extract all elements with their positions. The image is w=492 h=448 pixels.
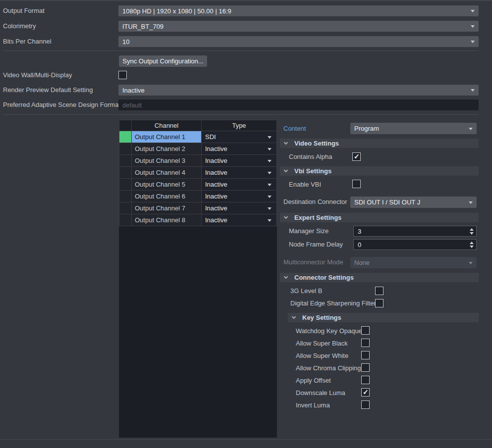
channel-active-indicator[interactable] bbox=[119, 155, 131, 166]
channel-cell[interactable]: Output Channel 5 bbox=[132, 179, 201, 190]
output-format-dropdown[interactable]: 1080p HD | 1920 x 1080 | 50.00 | 16:9 bbox=[118, 5, 479, 16]
chevron-down-icon bbox=[268, 207, 272, 210]
chevron-down-icon bbox=[471, 10, 475, 12]
downscale-luma-checkbox[interactable] bbox=[361, 388, 370, 397]
chevron-down-icon bbox=[469, 262, 473, 264]
video-wall-label: Video Wall/Multi-Display bbox=[3, 71, 72, 79]
chevron-down-icon bbox=[284, 215, 288, 219]
chevron-down-icon bbox=[469, 128, 473, 130]
sync-output-configuration-button[interactable]: Sync Output Configuration... bbox=[119, 55, 207, 67]
channel-type-dropdown[interactable]: Inactive bbox=[202, 167, 276, 178]
manager-size-value: 3 bbox=[358, 228, 361, 235]
chevron-down-icon bbox=[469, 201, 473, 204]
colorimetry-value: ITUR_BT_709 bbox=[122, 23, 164, 30]
invert-luma-label: Invert Luma bbox=[296, 401, 330, 409]
colorimetry-dropdown[interactable]: ITUR_BT_709 bbox=[118, 21, 479, 32]
enable-vbi-checkbox[interactable] bbox=[352, 180, 361, 188]
digital-edge-sharpening-filter-label: Digital Edge Sharpening Filter bbox=[290, 299, 376, 307]
channel-type-dropdown[interactable]: SDI bbox=[202, 131, 276, 143]
channel-type-dropdown[interactable]: Inactive bbox=[202, 155, 276, 166]
output-format-value: 1080p HD | 1920 x 1080 | 50.00 | 16:9 bbox=[122, 7, 231, 15]
channel-cell[interactable]: Output Channel 3 bbox=[132, 155, 201, 166]
video-settings-section-header[interactable]: Video Settings bbox=[280, 139, 479, 148]
channel-active-indicator[interactable] bbox=[119, 202, 131, 214]
multiconnector-mode-label: Multiconnector Mode bbox=[283, 258, 343, 266]
chevron-down-icon bbox=[268, 148, 272, 150]
channel-cell[interactable]: Output Channel 4 bbox=[132, 167, 201, 178]
connector-settings-section-header[interactable]: Connector Settings bbox=[280, 273, 479, 282]
section-divider bbox=[3, 114, 479, 115]
channel-cell[interactable]: Output Channel 1 bbox=[132, 131, 201, 143]
render-preview-dropdown[interactable]: Inactive bbox=[118, 85, 479, 96]
channel-cell[interactable]: Output Channel 7 bbox=[132, 202, 201, 214]
spinner-arrows-icon[interactable] bbox=[467, 240, 476, 249]
node-frame-delay-value: 0 bbox=[358, 241, 361, 249]
channel-active-indicator[interactable] bbox=[119, 191, 131, 202]
type-column-header: Type bbox=[202, 120, 276, 131]
chevron-down-icon bbox=[284, 168, 288, 172]
vbi-settings-section-header[interactable]: Vbi Settings bbox=[280, 166, 479, 176]
chevron-down-icon bbox=[284, 141, 288, 145]
allow-chroma-clipping-label: Allow Chroma Clipping bbox=[296, 364, 361, 372]
destination-connector-label: Destination Connector bbox=[283, 198, 347, 206]
channel-type-dropdown[interactable]: Inactive bbox=[202, 202, 276, 214]
allow-super-black-checkbox[interactable] bbox=[361, 339, 370, 347]
allow-super-white-checkbox[interactable] bbox=[361, 351, 370, 359]
allow-super-white-label: Allow Super White bbox=[296, 352, 348, 360]
channel-active-indicator[interactable] bbox=[119, 167, 131, 178]
allow-chroma-clipping-checkbox[interactable] bbox=[361, 363, 370, 372]
channel-active-indicator[interactable] bbox=[119, 214, 131, 226]
bits-per-channel-dropdown[interactable]: 10 bbox=[118, 36, 479, 47]
chevron-down-icon bbox=[268, 172, 272, 174]
chevron-down-icon bbox=[284, 275, 288, 279]
contains-alpha-label: Contains Alpha bbox=[289, 153, 332, 161]
content-label: Content bbox=[283, 125, 306, 133]
contains-alpha-checkbox[interactable] bbox=[352, 152, 361, 161]
channel-active-indicator[interactable] bbox=[119, 131, 131, 143]
apply-offset-checkbox[interactable] bbox=[361, 376, 370, 384]
video-wall-checkbox[interactable] bbox=[118, 71, 127, 79]
chevron-down-icon bbox=[471, 89, 475, 92]
channel-cell[interactable]: Output Channel 2 bbox=[132, 143, 201, 154]
indicator-column-header bbox=[119, 120, 131, 131]
preferred-format-value: default bbox=[122, 101, 142, 109]
multiconnector-mode-dropdown: None bbox=[350, 257, 477, 268]
invert-luma-checkbox[interactable] bbox=[361, 400, 370, 409]
section-divider bbox=[3, 50, 479, 51]
apply-offset-label: Apply Offset bbox=[296, 377, 331, 385]
channel-type-dropdown[interactable]: Inactive bbox=[202, 179, 276, 190]
digital-edge-sharpening-filter-checkbox[interactable] bbox=[375, 299, 383, 307]
allow-super-black-label: Allow Super Black bbox=[296, 340, 348, 348]
channel-table-background: Channel Type Output Channel 1 SDI Output… bbox=[119, 120, 277, 438]
chevron-down-icon bbox=[268, 196, 272, 198]
content-dropdown[interactable]: Program bbox=[350, 123, 477, 134]
preferred-format-input[interactable]: default bbox=[118, 100, 479, 110]
render-preview-value: Inactive bbox=[122, 87, 145, 94]
watchdog-key-opaque-checkbox[interactable] bbox=[361, 326, 370, 335]
manager-size-label: Manager Size bbox=[289, 227, 328, 235]
chevron-down-icon bbox=[471, 25, 475, 28]
3g-level-b-checkbox[interactable] bbox=[375, 287, 383, 295]
downscale-luma-label: Downscale Luma bbox=[296, 389, 345, 397]
output-settings-panel: Output Format 1080p HD | 1920 x 1080 | 5… bbox=[0, 0, 492, 448]
content-value: Program bbox=[354, 125, 379, 132]
channel-type-dropdown[interactable]: Inactive bbox=[202, 214, 276, 226]
chevron-down-icon bbox=[268, 184, 272, 186]
channel-cell[interactable]: Output Channel 6 bbox=[132, 191, 201, 202]
node-frame-delay-spinner[interactable]: 0 bbox=[353, 239, 477, 250]
channel-active-indicator[interactable] bbox=[119, 179, 131, 190]
chevron-down-icon bbox=[268, 160, 272, 162]
key-settings-section-header[interactable]: Key Settings bbox=[288, 313, 479, 322]
expert-settings-section-header[interactable]: Expert Settings bbox=[280, 213, 479, 222]
multiconnector-mode-value: None bbox=[354, 259, 370, 266]
bottom-divider bbox=[0, 439, 492, 440]
channel-active-indicator[interactable] bbox=[119, 143, 131, 154]
channel-type-dropdown[interactable]: Inactive bbox=[202, 191, 276, 202]
output-format-label: Output Format bbox=[3, 7, 45, 15]
destination-connector-dropdown[interactable]: SDI OUT I / SDI OUT J bbox=[350, 197, 477, 208]
bits-per-channel-value: 10 bbox=[122, 38, 129, 46]
channel-cell[interactable]: Output Channel 8 bbox=[132, 214, 201, 226]
spinner-arrows-icon[interactable] bbox=[467, 226, 476, 236]
channel-type-dropdown[interactable]: Inactive bbox=[202, 143, 276, 154]
manager-size-spinner[interactable]: 3 bbox=[353, 226, 477, 237]
